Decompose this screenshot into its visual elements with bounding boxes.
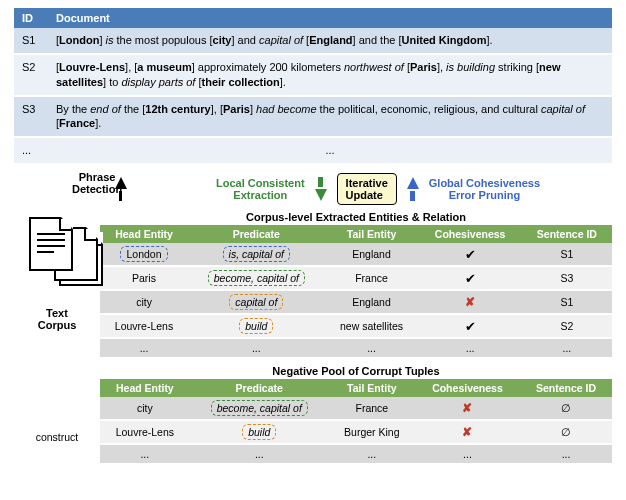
tail-entity-cell: France — [329, 397, 415, 420]
iterative-update-label: IterativeUpdate — [337, 173, 397, 205]
arrow-up-icon — [407, 177, 419, 189]
predicate-cell: become, capital of — [188, 266, 325, 290]
predicate-cell: ... — [188, 338, 325, 358]
doc-id: S3 — [14, 96, 48, 138]
sentence-id-cell: S1 — [522, 243, 612, 266]
table-row: Londonis, capital ofEngland✔S1 — [100, 243, 612, 266]
table-row: Parisbecome, capital ofFrance✔S3 — [100, 266, 612, 290]
predicate-cell: build — [188, 314, 325, 338]
col-tail-entity: Tail Entity — [325, 225, 419, 243]
construct-label: construct — [36, 431, 79, 443]
cohesiveness-cell: ✔ — [418, 243, 521, 266]
predicate-cell: is, capital of — [188, 243, 325, 266]
cohesiveness-cell: ... — [415, 444, 520, 464]
head-entity-cell: ... — [100, 338, 188, 358]
predicate-cell: become, capital of — [190, 397, 329, 420]
head-entity-cell: London — [100, 243, 188, 266]
cohesiveness-cell: ✘ — [415, 420, 520, 444]
cohesiveness-cell: ✘ — [415, 397, 520, 420]
head-entity-cell: Paris — [100, 266, 188, 290]
table-row: citybecome, capital ofFrance✘∅ — [100, 397, 612, 420]
doc-text: By the end of the [12th century], [Paris… — [48, 96, 612, 138]
predicate-cell: ... — [190, 444, 329, 464]
col-predicate: Predicate — [188, 225, 325, 243]
document-row: S3By the end of the [12th century], [Par… — [14, 96, 612, 138]
table-row: ............... — [100, 444, 612, 464]
cohesiveness-cell: ✘ — [418, 290, 521, 314]
tail-entity-cell: England — [325, 243, 419, 266]
head-entity-cell: city — [100, 397, 190, 420]
col-sentence-id: Sentence ID — [520, 379, 612, 397]
sentence-id-cell: ... — [520, 444, 612, 464]
table-row: Louvre-Lensbuildnew satellites✔S2 — [100, 314, 612, 338]
table-row: Louvre-LensbuildBurger King✘∅ — [100, 420, 612, 444]
document-row: ...... — [14, 137, 612, 164]
phrase-detection-label: PhraseDetection — [72, 171, 122, 195]
negative-table: Head Entity Predicate Tail Entity Cohesi… — [100, 379, 612, 465]
col-tail-entity: Tail Entity — [329, 379, 415, 397]
head-entity-cell: city — [100, 290, 188, 314]
global-cohesiveness-label: Global CohesivenessError Pruning — [429, 177, 540, 201]
documents-table: ID Document S1[London] is the most popul… — [14, 8, 612, 165]
extracted-table: Head Entity Predicate Tail Entity Cohesi… — [100, 225, 612, 359]
tail-entity-cell: England — [325, 290, 419, 314]
doc-text: [London] is the most populous [city] and… — [48, 28, 612, 54]
table-row: ............... — [100, 338, 612, 358]
tail-entity-cell: ... — [325, 338, 419, 358]
doc-id: S1 — [14, 28, 48, 54]
doc-id: ... — [14, 137, 48, 164]
sentence-id-cell: ∅ — [520, 397, 612, 420]
tail-entity-cell: France — [325, 266, 419, 290]
arrow-down-icon — [315, 189, 327, 201]
process-labels: PhraseDetection Local ConsistentExtracti… — [14, 173, 612, 205]
sentence-id-cell: ∅ — [520, 420, 612, 444]
doc-id: S2 — [14, 54, 48, 96]
sentence-id-cell: S1 — [522, 290, 612, 314]
predicate-cell: capital of — [188, 290, 325, 314]
col-predicate: Predicate — [190, 379, 329, 397]
cohesiveness-cell: ✔ — [418, 266, 521, 290]
col-sentence-id: Sentence ID — [522, 225, 612, 243]
sentence-id-cell: ... — [522, 338, 612, 358]
col-head-entity: Head Entity — [100, 379, 190, 397]
head-entity-cell: Louvre-Lens — [100, 314, 188, 338]
doc-text: ... — [48, 137, 612, 164]
document-stack-icon — [29, 217, 73, 271]
table-row: citycapital ofEngland✘S1 — [100, 290, 612, 314]
col-id: ID — [14, 8, 48, 28]
sentence-id-cell: S2 — [522, 314, 612, 338]
tail-entity-cell: ... — [329, 444, 415, 464]
extracted-title: Corpus-level Extracted Entities & Relati… — [100, 211, 612, 223]
head-entity-cell: Louvre-Lens — [100, 420, 190, 444]
tail-entity-cell: new satellites — [325, 314, 419, 338]
predicate-cell: build — [190, 420, 329, 444]
document-row: S1[London] is the most populous [city] a… — [14, 28, 612, 54]
head-entity-cell: ... — [100, 444, 190, 464]
col-cohesiveness: Cohesiveness — [418, 225, 521, 243]
text-corpus-label: TextCorpus — [38, 307, 77, 331]
col-document: Document — [48, 8, 612, 28]
tail-entity-cell: Burger King — [329, 420, 415, 444]
col-head-entity: Head Entity — [100, 225, 188, 243]
document-row: S2[Louvre-Lens], [a museum] approximatel… — [14, 54, 612, 96]
cohesiveness-cell: ... — [418, 338, 521, 358]
cohesiveness-cell: ✔ — [418, 314, 521, 338]
negative-title: Negative Pool of Corrupt Tuples — [100, 365, 612, 377]
doc-text: [Louvre-Lens], [a museum] approximately … — [48, 54, 612, 96]
local-consistent-label: Local ConsistentExtraction — [216, 177, 305, 201]
col-cohesiveness: Cohesiveness — [415, 379, 520, 397]
sentence-id-cell: S3 — [522, 266, 612, 290]
